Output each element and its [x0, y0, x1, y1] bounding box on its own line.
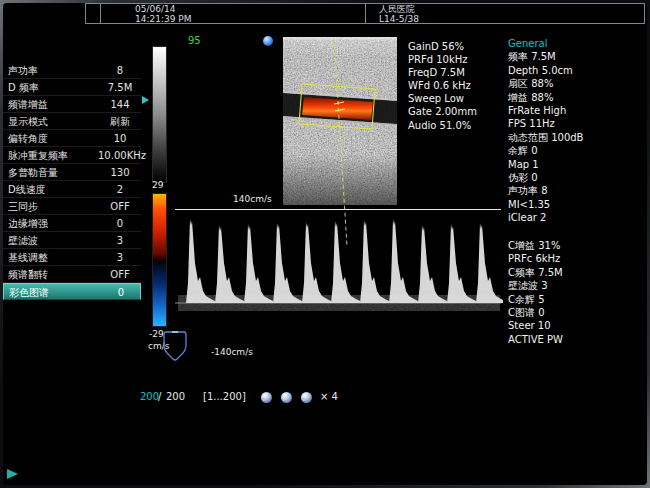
- param-row-triplex[interactable]: 三同步 OFF: [3, 198, 141, 215]
- overlay-line: WFd 0.6 kHz: [408, 79, 477, 92]
- param-label: 声功率: [8, 62, 38, 79]
- header-spacer-cell: [86, 4, 101, 23]
- datetime-cell: 05/06/14 14:21:39 PM: [101, 4, 366, 23]
- param-row-edge-enhance[interactable]: 边缘增强 0: [3, 215, 141, 232]
- overlay-line: FreqD 7.5M: [408, 66, 477, 79]
- param-label: D 频率: [8, 79, 39, 96]
- overlay-line: GainD 56%: [408, 40, 477, 53]
- param-row-color-map-selected[interactable]: 彩色图谱 0: [3, 283, 141, 300]
- b-mode-image: [283, 37, 397, 205]
- status-line: 余辉 0: [508, 144, 583, 157]
- param-value: 130: [98, 164, 142, 181]
- param-row-spectrum-invert[interactable]: 频谱翻转 OFF: [3, 266, 141, 283]
- param-row-d-frequency[interactable]: D 频率 7.5M: [3, 79, 141, 96]
- param-value: 7.5M: [98, 79, 142, 96]
- param-value: 0: [99, 284, 143, 301]
- param-value: 10.00KHz: [98, 147, 142, 164]
- velocity-scale-bottom: -140cm/s: [211, 347, 253, 357]
- status-line: PRFc 6kHz: [508, 252, 563, 265]
- param-label: 边缘增强: [8, 215, 48, 232]
- status-panel-b-mode: General 频率 7.5M Depth 5.0cm 扇区 88% 增益 88…: [508, 37, 583, 225]
- param-label: 显示模式: [8, 113, 48, 130]
- param-row-baseline[interactable]: 基线调整 3: [3, 249, 141, 266]
- cine-speed-multiplier: × 4: [320, 391, 338, 402]
- color-doppler-bar: [152, 193, 167, 327]
- status-line: C图谱 0: [508, 306, 563, 319]
- param-row-wall-filter[interactable]: 壁滤波 3: [3, 232, 141, 249]
- probe-label: L14-5/38: [379, 15, 644, 25]
- cine-frame-range: [1...200]: [203, 391, 246, 402]
- param-row-doppler-volume[interactable]: 多普勒音量 130: [3, 164, 141, 181]
- status-line: iClear 2: [508, 211, 583, 224]
- header-bar: 05/06/14 14:21:39 PM 人民医院 L14-5/38: [85, 3, 645, 24]
- status-line: FPS 11Hz: [508, 117, 583, 130]
- param-row-prf[interactable]: 脉冲重复频率 10.00KHz: [3, 147, 141, 164]
- param-row-spectral-gain[interactable]: 频谱增益 144: [3, 96, 141, 113]
- spectral-doppler-display: [173, 205, 503, 360]
- status-line: 增益 88%: [508, 91, 583, 104]
- overlay-line: PRFd 10kHz: [408, 53, 477, 66]
- status-line: FrRate High: [508, 104, 583, 117]
- status-line: ACTIVE PW: [508, 333, 563, 346]
- param-row-acoustic-power[interactable]: 声功率 8: [3, 62, 141, 79]
- doppler-settings-overlay: GainD 56% PRFd 10kHz FreqD 7.5M WFd 0.6 …: [408, 40, 477, 132]
- preset-title: General: [508, 37, 583, 50]
- param-label: 频谱翻转: [8, 266, 48, 283]
- grayscale-bar: [152, 46, 167, 183]
- param-label: 壁滤波: [8, 232, 38, 249]
- cine-next-button[interactable]: [301, 392, 312, 403]
- status-line: 壁滤波 3: [508, 279, 563, 292]
- status-line: 扇区 88%: [508, 77, 583, 90]
- depth-shading: [283, 37, 397, 205]
- corner-logo-icon: [6, 468, 20, 480]
- param-value: 144: [98, 96, 142, 113]
- status-panel-color-pw: C增益 31% PRFc 6kHz C频率 7.5M 壁滤波 3 C余辉 5 C…: [508, 239, 563, 346]
- b-gain-readout: 95: [188, 35, 201, 46]
- hospital-cell: 人民医院 L14-5/38: [366, 4, 644, 23]
- status-line: C频率 7.5M: [508, 266, 563, 279]
- overlay-line: Audio 51.0%: [408, 119, 477, 132]
- focus-marker-icon: [142, 96, 149, 104]
- overlay-line: Sweep Low: [408, 92, 477, 105]
- cine-frame-separator: /: [158, 391, 161, 402]
- cine-frame-total: 200: [166, 391, 185, 402]
- cine-play-button[interactable]: [281, 392, 292, 403]
- param-label: 频谱增益: [8, 96, 48, 113]
- status-line: Depth 5.0cm: [508, 64, 583, 77]
- cine-prev-button[interactable]: [261, 392, 272, 403]
- param-value: 刷新: [98, 113, 142, 130]
- param-row-d-sweep-speed[interactable]: D线速度 2: [3, 181, 141, 198]
- indicator-ball-icon: [263, 36, 273, 46]
- cine-frame-current: 200: [140, 391, 159, 402]
- display-content: 05/06/14 14:21:39 PM 人民医院 L14-5/38 声功率 8…: [0, 0, 650, 488]
- status-line: Map 1: [508, 158, 583, 171]
- status-line: C余辉 5: [508, 293, 563, 306]
- param-label: 偏转角度: [8, 130, 48, 147]
- param-value: 3: [98, 249, 142, 266]
- param-value: 8: [98, 62, 142, 79]
- param-value: 3: [98, 232, 142, 249]
- param-value: OFF: [98, 198, 142, 215]
- velocity-scale-top: 140cm/s: [233, 194, 272, 204]
- color-scale-top: 29: [152, 180, 163, 190]
- overlay-line: Gate 2.00mm: [408, 105, 477, 118]
- param-value: 10: [98, 130, 142, 147]
- status-line: MI<1.35: [508, 198, 583, 211]
- ultrasound-screen: 05/06/14 14:21:39 PM 人民医院 L14-5/38 声功率 8…: [0, 0, 650, 488]
- time-text: 14:21:39 PM: [135, 15, 365, 25]
- b-mode-image-canvas: [283, 37, 397, 205]
- param-value: 0: [98, 215, 142, 232]
- status-line: 动态范围 100dB: [508, 131, 583, 144]
- status-line: 频率 7.5M: [508, 50, 583, 63]
- status-line: 声功率 8: [508, 184, 583, 197]
- param-label: 基线调整: [8, 249, 48, 266]
- status-line: Steer 10: [508, 319, 563, 332]
- param-row-steer-angle[interactable]: 偏转角度 10: [3, 130, 141, 147]
- body-marker-icon[interactable]: [160, 329, 190, 363]
- param-value: 2: [98, 181, 142, 198]
- param-label: D线速度: [8, 181, 46, 198]
- param-value: OFF: [98, 266, 142, 283]
- param-label: 彩色图谱: [9, 284, 49, 301]
- param-row-display-mode[interactable]: 显示模式 刷新: [3, 113, 141, 130]
- param-label: 脉冲重复频率: [8, 147, 68, 164]
